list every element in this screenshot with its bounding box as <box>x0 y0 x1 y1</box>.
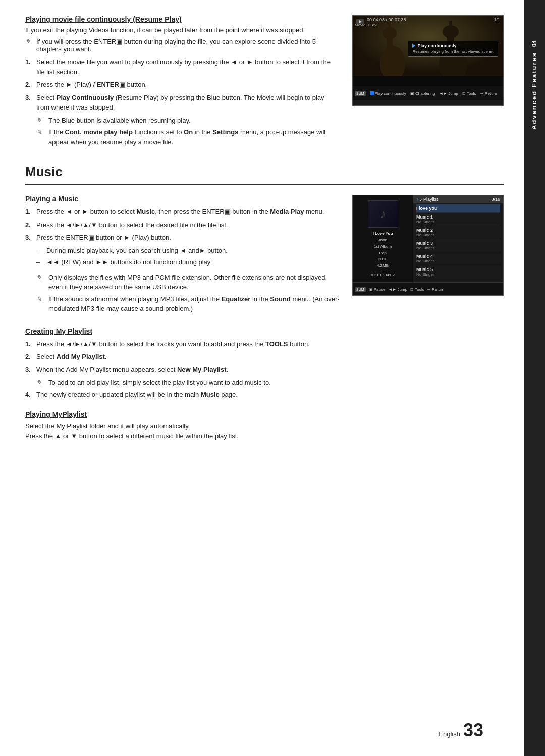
blue-btn <box>370 91 374 95</box>
svg-rect-4 <box>388 23 391 36</box>
music-note-2: ✎ If the sound is abnormal when playing … <box>36 294 342 314</box>
playing-music-heading: Playing a Music <box>25 195 342 203</box>
music-genre: Pop <box>373 250 393 257</box>
playing-music-subsection: Playing a Music 1. Press the ◄ or ► butt… <box>25 195 504 316</box>
myplaylist-desc1: Select the My Playlist folder and it wil… <box>25 422 504 430</box>
music-size: 4.2MB <box>373 263 393 269</box>
playing-myplaylist-section: Playing MyPlaylist Select the My Playlis… <box>25 410 504 440</box>
chapter-label: Advanced Features <box>530 52 538 130</box>
resume-note1: If you exit the playing Videos function,… <box>25 26 337 34</box>
music-toolbar-pause: ▣ Pause <box>369 287 386 292</box>
create-step-text-3: When the Add My Playlist menu appears, s… <box>36 365 228 375</box>
resume-step-3: 3. Select Play Continuously (Resume Play… <box>25 93 337 113</box>
music-album: 1st Album <box>373 244 393 250</box>
step-text-3: Select Play Continuously (Resume Play) b… <box>36 93 337 113</box>
svg-rect-8 <box>449 21 452 35</box>
svg-rect-2 <box>387 36 393 64</box>
note-icon-4: ✎ <box>36 273 45 292</box>
create-note-text: To add to an old play list, simply selec… <box>48 377 271 388</box>
resume-play-heading: Playing movie file continuously (Resume … <box>25 15 337 23</box>
chapter-number: 04 <box>531 40 538 47</box>
toolbar-return: ↩ Return <box>480 91 497 96</box>
resume-step-1: 1. Select the movie file you want to pla… <box>25 57 337 77</box>
playing-music-steps: 1. Press the ◄ or ► button to select Mus… <box>25 207 342 243</box>
toolbar-chaptering: ▣ Chaptering <box>410 91 435 96</box>
toolbar-sum: SUM <box>355 91 366 96</box>
music-toolbar-jump: ◄► Jump <box>388 287 407 292</box>
creating-playlist-heading: Creating My Playlist <box>25 327 504 335</box>
track-name-1: Music 1 <box>416 214 500 220</box>
page-footer: English 33 <box>439 720 483 741</box>
track-item-5: Music 5 No Singer <box>416 265 500 278</box>
music-right-panel: ♪ ♪ Playlist 3/16 I love you <box>413 195 503 282</box>
creating-playlist-steps: 1. Press the ◄/►/▲/▼ button to select th… <box>25 339 504 375</box>
create-step-2: 2. Select Add My Playlist. <box>25 352 504 362</box>
main-content: Playing movie file continuously (Resume … <box>0 0 524 756</box>
footer-page-number: 33 <box>463 720 483 741</box>
playlist-count: 3/16 <box>491 197 500 202</box>
music-album-art: ♪ <box>368 200 398 228</box>
create-step-text-2: Select Add My Playlist. <box>36 352 106 362</box>
sub-note-1: ✎ The Blue button is available when resu… <box>36 116 337 126</box>
note-icon-6: ✎ <box>36 377 45 388</box>
music-dash-1: During music playback, you can search us… <box>36 246 342 256</box>
video-toolbar: SUM Play continuously ▣ Chaptering ◄► Ju… <box>353 86 503 100</box>
sub-note-text-2: If the Cont. movie play help function is… <box>48 127 337 147</box>
playing-music-text: Playing a Music 1. Press the ◄ or ► butt… <box>25 195 342 316</box>
chapter-tab: 04 Advanced Features <box>524 0 545 756</box>
music-year: 2010 <box>373 256 393 263</box>
create-step-num-4: 4. <box>25 390 33 400</box>
create-step-1: 1. Press the ◄/►/▲/▼ button to select th… <box>25 339 504 349</box>
resume-steps-list: 1. Select the movie file you want to pla… <box>25 57 337 113</box>
music-screenshot: ♪ I Love You Jhon 1st Album Pop 2010 4.2… <box>352 195 504 296</box>
popup-desc: Resumes playing from the last viewed sce… <box>412 49 494 54</box>
note-icon-5: ✎ <box>36 294 45 314</box>
create-step-text-1: Press the ◄/►/▲/▼ button to select the t… <box>36 339 310 349</box>
sub-note-text-1: The Blue button is available when resumi… <box>48 116 191 126</box>
create-step-4: 4. The newly created or updated playlist… <box>25 390 504 400</box>
track-name-5: Music 5 <box>416 267 500 272</box>
music-track-name: I Love You <box>373 231 393 237</box>
step-num-2: 2. <box>25 80 33 90</box>
resume-note2: ✎ If you will press the ENTER▣ button du… <box>25 38 337 53</box>
track-sub-2: No Singer <box>416 233 500 237</box>
track-name-3: Music 3 <box>416 241 500 246</box>
video-filename: Movie 01.avi <box>355 23 377 27</box>
popup-title: Play continuously <box>412 43 494 48</box>
music-toolbar: SUM ▣ Pause ◄► Jump ⊡ Tools ↩ Return <box>353 282 503 296</box>
myplaylist-desc2: Press the ▲ or ▼ button to select a diff… <box>25 432 504 440</box>
note-icon-2: ✎ <box>36 116 45 126</box>
music-playback-time: 01:10 / 04:02 <box>371 273 395 277</box>
step-text-1: Select the movie file you want to play c… <box>36 57 337 77</box>
music-step-num-3: 3. <box>25 233 33 243</box>
note-icon-3: ✎ <box>36 127 45 147</box>
create-step-3: 3. When the Add My Playlist menu appears… <box>25 365 504 375</box>
create-step-num-3: 3. <box>25 365 33 375</box>
music-step-1: 1. Press the ◄ or ► button to select Mus… <box>25 207 342 217</box>
music-step-text-3: Press the ENTER▣ button or ► (Play) butt… <box>36 233 171 243</box>
music-toolbar-tools: ⊡ Tools <box>410 287 424 292</box>
track-item-1: Music 1 No Singer <box>416 213 500 226</box>
music-track-info: I Love You Jhon 1st Album Pop 2010 4.2MB <box>373 231 393 269</box>
track-name-2: Music 2 <box>416 228 500 233</box>
music-playlist-header: ♪ ♪ Playlist 3/16 <box>413 195 503 203</box>
music-artist: Jhon <box>373 237 393 244</box>
playlist-icon: ♪ <box>416 197 419 202</box>
video-counter: 1/1 <box>494 17 500 22</box>
track-name-4: Music 4 <box>416 254 500 259</box>
page-container: 04 Advanced Features Playing movie file … <box>0 0 545 756</box>
toolbar-tools: ⊡ Tools <box>462 91 476 96</box>
footer-language: English <box>439 730 460 738</box>
music-step-text-1: Press the ◄ or ► button to select Music,… <box>36 207 324 217</box>
track-item-4: Music 4 No Singer <box>416 252 500 265</box>
create-note: ✎ To add to an old play list, simply sel… <box>36 377 504 388</box>
track-sub-4: No Singer <box>416 259 500 263</box>
music-step-num-1: 1. <box>25 207 33 217</box>
resume-play-text: Playing movie file continuously (Resume … <box>25 15 337 149</box>
music-note-text-1: Only displays the files with MP3 and PCM… <box>48 273 342 292</box>
music-step-text-2: Press the ◄/►/▲/▼ button to select the d… <box>36 220 228 230</box>
music-toolbar-sum: SUM <box>355 287 366 292</box>
track-item-3: Music 3 No Singer <box>416 239 500 252</box>
popup-play-icon <box>412 44 415 48</box>
svg-rect-9 <box>353 76 503 86</box>
